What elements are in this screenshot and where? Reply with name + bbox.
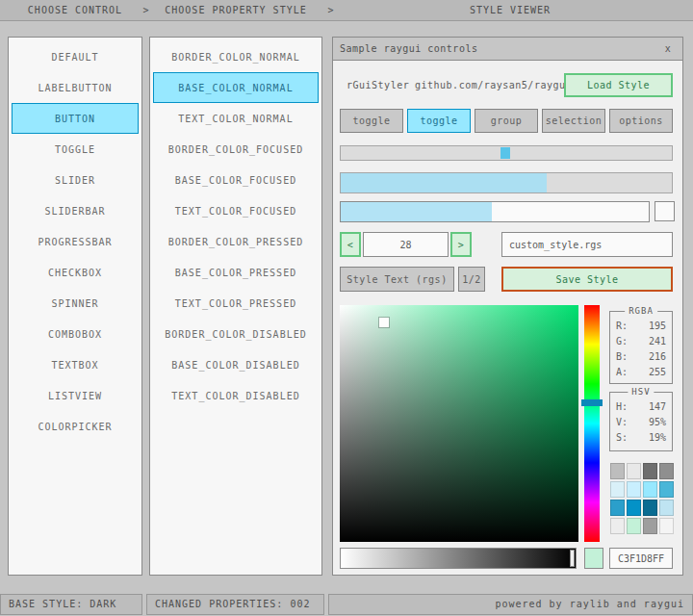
hex-color-input[interactable]: C3F1D8FF	[609, 548, 673, 569]
palette-swatch[interactable]	[627, 500, 641, 516]
status-powered-by: powered by raylib and raygui	[328, 594, 693, 615]
status-changed-properties: CHANGED PROPERTIES: 002	[146, 594, 324, 615]
palette-swatch[interactable]	[643, 500, 657, 516]
color-palette-grid	[610, 463, 674, 534]
breadcrumb: CHOOSE CONTROL > CHOOSE PROPERTY STYLE >…	[0, 0, 693, 21]
repo-link[interactable]: github.com/raysan5/raygui	[415, 80, 569, 91]
breadcrumb-separator-icon: >	[325, 0, 337, 21]
hsv-group-title: HSV	[628, 387, 654, 397]
property-item-base-color-disabled[interactable]: BASE_COLOR_DISABLED	[153, 349, 319, 380]
property-item-base-color-pressed[interactable]: BASE_COLOR_PRESSED	[153, 257, 319, 288]
palette-swatch[interactable]	[643, 481, 657, 498]
sliderbar-sample[interactable]	[340, 201, 650, 222]
toggle-sample-selection[interactable]: selection	[542, 109, 605, 133]
control-item-progressbar[interactable]: PROGRESSBAR	[12, 226, 139, 257]
window-title: Sample raygui controls	[340, 43, 477, 54]
control-item-checkbox[interactable]: CHECKBOX	[12, 257, 139, 288]
toggle-sample-2-active[interactable]: toggle	[407, 109, 471, 133]
hue-slider-handle[interactable]	[581, 399, 603, 406]
control-item-toggle[interactable]: TOGGLE	[12, 134, 139, 165]
control-item-slider[interactable]: SLIDER	[12, 165, 139, 195]
rgba-alpha-label: A:	[616, 367, 628, 377]
style-text-button[interactable]: Style Text (rgs)	[340, 267, 454, 292]
palette-swatch[interactable]	[659, 481, 674, 498]
palette-swatch[interactable]	[659, 500, 674, 516]
spinner-value[interactable]: 28	[363, 232, 449, 257]
property-item-border-color-normal[interactable]: BORDER_COLOR_NORMAL	[153, 41, 319, 72]
toggle-sample-options[interactable]: options	[609, 109, 673, 133]
property-item-text-color-focused[interactable]: TEXT_COLOR_FOCUSED	[153, 195, 319, 226]
hsv-value-label: V:	[616, 417, 628, 427]
spinner-increment-button[interactable]: >	[450, 232, 472, 257]
rgba-blue-label: B:	[616, 351, 628, 362]
property-item-base-color-focused[interactable]: BASE_COLOR_FOCUSED	[153, 165, 319, 195]
palette-swatch[interactable]	[610, 500, 625, 516]
property-item-base-color-normal[interactable]: BASE_COLOR_NORMAL	[153, 72, 319, 103]
property-item-border-color-pressed[interactable]: BORDER_COLOR_PRESSED	[153, 226, 319, 257]
control-item-combobox[interactable]: COMBOBOX	[12, 319, 139, 349]
hue-slider[interactable]	[584, 305, 600, 542]
slider-handle[interactable]	[500, 147, 510, 159]
property-item-text-color-disabled[interactable]: TEXT_COLOR_DISABLED	[153, 380, 319, 411]
properties-list: BORDER_COLOR_NORMAL BASE_COLOR_NORMAL TE…	[149, 37, 322, 576]
property-item-border-color-disabled[interactable]: BORDER_COLOR_DISABLED	[153, 319, 319, 349]
filename-input[interactable]: custom_style.rgs	[501, 232, 673, 257]
palette-swatch[interactable]	[610, 463, 625, 479]
hsv-saturation-row: S:19%	[610, 429, 672, 445]
rgba-green-label: G:	[616, 336, 628, 346]
control-item-colorpicker[interactable]: COLORPICKER	[12, 411, 139, 442]
rgba-red-value: 195	[649, 321, 666, 331]
rgba-red-row: R:195	[610, 318, 672, 333]
controls-list: DEFAULT LABELBUTTON BUTTON TOGGLE SLIDER…	[8, 37, 142, 576]
color-selector-icon[interactable]	[379, 318, 389, 327]
app-name-label: rGuiStyler	[346, 80, 409, 91]
palette-swatch[interactable]	[643, 518, 657, 534]
control-item-textbox[interactable]: TEXTBOX	[12, 349, 139, 380]
property-item-text-color-normal[interactable]: TEXT_COLOR_NORMAL	[153, 103, 319, 134]
color-saturation-square[interactable]	[340, 305, 578, 542]
palette-swatch[interactable]	[627, 481, 641, 498]
control-item-button[interactable]: BUTTON	[12, 103, 139, 134]
hsv-hue-row: H:147	[610, 398, 672, 414]
close-icon[interactable]: x	[660, 41, 676, 57]
hsv-saturation-value: 19%	[649, 432, 666, 443]
toggle-sample-1[interactable]: toggle	[340, 109, 403, 133]
palette-swatch[interactable]	[659, 518, 674, 534]
control-item-spinner[interactable]: SPINNER	[12, 288, 139, 319]
hsv-group: HSV H:147 V:95% S:19%	[609, 392, 673, 451]
control-item-sliderbar[interactable]: SLIDERBAR	[12, 195, 139, 226]
value-gradient-handle[interactable]	[570, 550, 575, 567]
rgba-red-label: R:	[616, 321, 628, 331]
rgba-blue-value: 216	[649, 351, 666, 362]
rgba-green-value: 241	[649, 336, 666, 346]
sliderbar-fill	[341, 202, 492, 221]
save-style-button[interactable]: Save Style	[501, 267, 673, 292]
control-item-labelbutton[interactable]: LABELBUTTON	[12, 72, 139, 103]
rgba-alpha-value: 255	[649, 367, 666, 377]
window-titlebar[interactable]: Sample raygui controls x	[333, 38, 682, 61]
control-item-default[interactable]: DEFAULT	[12, 41, 139, 72]
palette-swatch[interactable]	[659, 463, 674, 479]
slider-sample[interactable]	[340, 145, 673, 161]
palette-swatch[interactable]	[627, 518, 641, 534]
checkbox-sample[interactable]	[654, 201, 675, 221]
hsv-hue-label: H:	[616, 401, 628, 412]
rgba-group: RGBA R:195 G:241 B:216 A:255	[609, 311, 673, 384]
palette-swatch[interactable]	[610, 481, 625, 498]
hsv-value-row: V:95%	[610, 414, 672, 429]
value-gradient-bar[interactable]	[340, 548, 577, 569]
progressbar-fill	[341, 173, 547, 192]
control-item-listview[interactable]: LISTVIEW	[12, 380, 139, 411]
load-style-button[interactable]: Load Style	[564, 73, 673, 97]
rgba-group-title: RGBA	[625, 306, 657, 316]
palette-swatch[interactable]	[643, 463, 657, 479]
palette-swatch[interactable]	[610, 518, 625, 534]
style-viewer-window: Sample raygui controls x rGuiStyler gith…	[332, 37, 683, 576]
spinner-decrement-button[interactable]: <	[340, 232, 361, 257]
property-item-border-color-focused[interactable]: BORDER_COLOR_FOCUSED	[153, 134, 319, 165]
palette-swatch[interactable]	[627, 463, 641, 479]
property-item-text-color-pressed[interactable]: TEXT_COLOR_PRESSED	[153, 288, 319, 319]
rgba-blue-row: B:216	[610, 348, 672, 364]
page-indicator-button[interactable]: 1/2	[458, 267, 485, 292]
toggle-sample-group[interactable]: group	[475, 109, 538, 133]
